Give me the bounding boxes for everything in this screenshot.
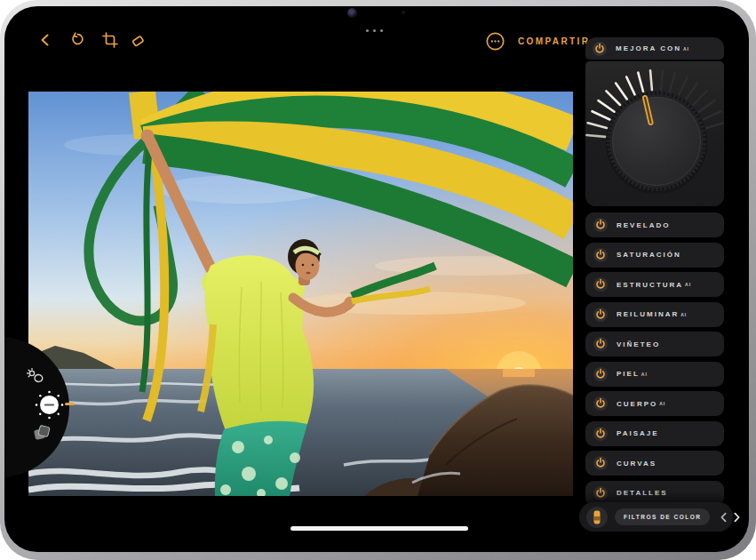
adjustment-row[interactable]: REILUMINARAI: [585, 302, 724, 327]
erase-button[interactable]: [129, 31, 147, 49]
share-button[interactable]: COMPARTIR: [518, 36, 590, 46]
filters-prev-button[interactable]: [718, 510, 730, 524]
adjustment-label: REVELADO: [617, 221, 670, 229]
power-icon: [593, 248, 608, 262]
adjustment-row[interactable]: PIELAI: [585, 362, 724, 387]
power-toggle[interactable]: [593, 456, 608, 470]
filters-next-button[interactable]: [730, 510, 743, 524]
power-toggle[interactable]: [593, 337, 608, 351]
erase-icon: [130, 32, 147, 49]
power-toggle[interactable]: [593, 367, 608, 381]
adjustment-row[interactable]: CUERPOAI: [585, 391, 724, 416]
ai-badge: AI: [659, 401, 665, 406]
ipad-device: COMPARTIR: [0, 0, 756, 560]
adjustment-label: PAISAJE: [617, 429, 659, 437]
photo-canvas[interactable]: [28, 92, 573, 496]
power-icon: [593, 486, 608, 500]
power-icon: [593, 218, 608, 232]
adjustment-row[interactable]: CURVAS: [585, 451, 724, 476]
adjustment-row[interactable]: PAISAJE: [585, 421, 724, 446]
enhance-dial-card[interactable]: [585, 61, 724, 206]
crop-button[interactable]: [101, 31, 119, 49]
home-indicator[interactable]: [290, 526, 468, 531]
power-icon: [593, 367, 608, 381]
color-filters-label: FILTROS DE COLOR: [624, 514, 701, 520]
adjustment-label: CURVAS: [617, 460, 657, 468]
ipad-screen: COMPARTIR: [4, 6, 749, 552]
front-camera: [347, 8, 357, 18]
power-icon: [593, 456, 608, 470]
power-toggle[interactable]: [593, 486, 608, 500]
light-sensor: [402, 11, 405, 14]
power-icon: [593, 396, 608, 411]
power-toggle[interactable]: [593, 308, 608, 322]
film-filter-icon: [586, 507, 608, 528]
filters-button[interactable]: [32, 423, 52, 446]
chevron-right-icon: [730, 511, 743, 524]
adjustment-row[interactable]: ESTRUCTURAAI: [585, 272, 724, 297]
brightness-dial-button[interactable]: [34, 389, 65, 424]
photo-scene: [28, 92, 573, 496]
dial-knob[interactable]: [606, 92, 707, 194]
color-filters-pill[interactable]: FILTROS DE COLOR: [615, 508, 710, 525]
power-toggle[interactable]: [593, 248, 608, 262]
active-tool-marker: [65, 403, 75, 405]
color-filters-bar: FILTROS DE COLOR: [579, 502, 733, 532]
power-toggle[interactable]: [593, 277, 608, 292]
adjustment-row[interactable]: VIÑETEO: [585, 332, 724, 356]
adjustment-label: SATURACIÓN: [617, 251, 681, 259]
enhance-header[interactable]: MEJORA CONAI: [585, 37, 724, 60]
multitasking-handle[interactable]: [366, 29, 383, 32]
back-button[interactable]: [36, 31, 54, 49]
film-filter-button[interactable]: [586, 507, 608, 528]
enhance-power-toggle[interactable]: [593, 42, 607, 56]
enhance-label: MEJORA CON: [616, 44, 681, 52]
more-options-button[interactable]: [485, 31, 505, 52]
more-options-icon: [485, 31, 505, 52]
power-icon: [593, 337, 608, 351]
adjustment-label: VIÑETEO: [617, 340, 660, 348]
ai-badge: AI: [685, 282, 691, 287]
crop-icon: [102, 32, 118, 48]
adjustment-row[interactable]: REVELADO: [585, 212, 724, 237]
adjust-lighting-button[interactable]: [26, 367, 46, 391]
power-toggle[interactable]: [593, 218, 608, 232]
power-icon: [593, 42, 607, 56]
power-toggle[interactable]: [593, 396, 608, 411]
ai-badge: AI: [641, 372, 648, 377]
adjustment-list: REVELADO SATURACIÓN ESTRUCTURAAI: [585, 212, 724, 506]
undo-button[interactable]: [68, 31, 86, 49]
ai-badge: AI: [680, 312, 687, 317]
enhance-dial[interactable]: [585, 61, 724, 206]
power-icon: [593, 277, 608, 292]
adjust-lighting-icon: [26, 367, 46, 388]
power-icon: [593, 308, 608, 322]
ai-badge: AI: [683, 46, 689, 52]
adjustment-label: REILUMINAR: [617, 310, 679, 318]
power-toggle[interactable]: [593, 427, 608, 441]
adjustment-label: DETALLES: [617, 489, 668, 497]
brightness-dial-icon: [34, 389, 65, 420]
adjustment-label: ESTRUCTURA: [617, 281, 683, 289]
chevron-left-icon: [718, 511, 730, 524]
adjustment-row[interactable]: SATURACIÓN: [585, 243, 724, 268]
filters-icon: [32, 423, 52, 443]
adjustment-label: PIEL: [617, 370, 640, 378]
back-icon: [37, 32, 53, 48]
adjustment-label: CUERPO: [617, 400, 657, 408]
undo-icon: [69, 32, 85, 48]
power-icon: [593, 427, 608, 441]
